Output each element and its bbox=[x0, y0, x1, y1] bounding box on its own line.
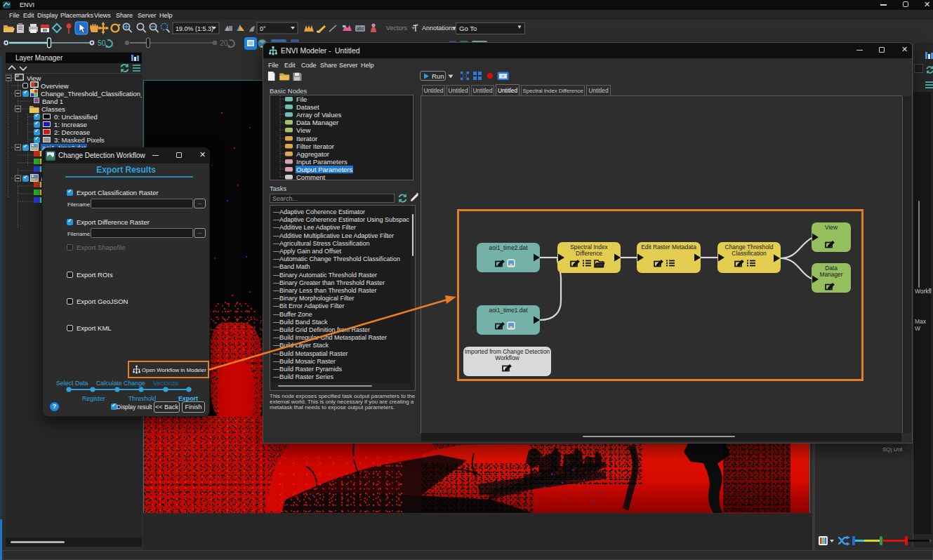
svg-text:20: 20 bbox=[220, 39, 228, 47]
svg-text:Vectors: Vectors bbox=[386, 25, 408, 32]
svg-text:Annotations: Annotations bbox=[422, 25, 456, 32]
svg-text:19.0% (1:5.3): 19.0% (1:5.3) bbox=[176, 25, 213, 32]
svg-text:50: 50 bbox=[98, 39, 106, 47]
svg-text:0°: 0° bbox=[260, 25, 266, 32]
svg-text:abc: abc bbox=[357, 26, 364, 31]
